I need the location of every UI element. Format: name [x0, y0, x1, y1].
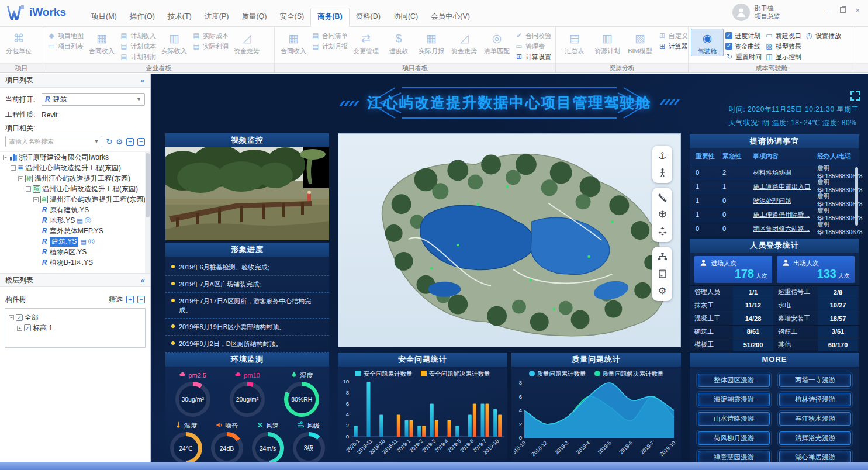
tree-item[interactable]: −浙江原野建设有限公司iworks — [0, 152, 150, 163]
ribbon-small-button[interactable]: ✓资金曲线 — [725, 41, 762, 51]
hierarchy-icon[interactable] — [654, 248, 670, 265]
user-info[interactable]: 邵卫锋 项目总监 — [732, 4, 780, 21]
ribbon-big-button[interactable]: ▥资源计划 — [591, 29, 624, 56]
roam-button[interactable]: 榕林诗径漫游 — [779, 393, 851, 406]
tree-item[interactable]: R原有建筑.YS — [0, 205, 150, 215]
sheet-icon[interactable] — [654, 265, 670, 282]
ribbon-big-button[interactable]: ▦合同收入 — [277, 29, 310, 56]
explode-icon[interactable] — [654, 223, 670, 240]
checkbox-checked-icon[interactable]: ✓ — [24, 324, 31, 331]
roam-button[interactable]: 荷风柳月漫游 — [698, 431, 770, 445]
coordination-scrollbar[interactable] — [855, 167, 858, 226]
globe-icon[interactable]: ⓔ — [88, 237, 95, 246]
roam-button[interactable]: 禅意慧园漫游 — [698, 451, 770, 462]
roam-button[interactable]: 山水诗略漫游 — [698, 412, 770, 426]
ribbon-small-button[interactable]: ▤计划利润 — [120, 51, 156, 62]
ribbon-small-button[interactable]: ✔合同校验 — [515, 30, 551, 41]
roam-button[interactable]: 整体园区漫游 — [698, 374, 770, 387]
ribbon-small-button[interactable]: ↻重置时间 — [725, 51, 762, 62]
restore-icon[interactable] — [840, 7, 846, 13]
fullscreen-icon[interactable] — [850, 91, 860, 101]
menu-tab[interactable]: 进度(P) — [198, 8, 236, 26]
ribbon-big-button[interactable]: ◉驾驶舱 — [691, 29, 724, 56]
tree-item[interactable]: R植物B-1区.YS — [0, 257, 150, 268]
issue-link[interactable]: 淤泥处理问题 — [753, 196, 817, 205]
ribbon-small-button[interactable]: ◷设置播放 — [805, 30, 841, 41]
roam-button[interactable]: 湖心禅居漫游 — [779, 451, 851, 462]
filter-label[interactable]: 筛选 — [109, 295, 123, 305]
roam-button[interactable]: 清辉浴光漫游 — [779, 431, 851, 445]
refresh-icon[interactable]: ↻ — [106, 137, 112, 146]
close-icon[interactable]: × — [855, 6, 860, 15]
collapse-all-icon[interactable]: − — [137, 138, 145, 146]
tree-item[interactable]: R地形.YS▤ⓔ — [0, 215, 150, 226]
walker-icon[interactable] — [654, 164, 670, 181]
tree-expander-icon[interactable]: − — [33, 197, 39, 202]
roam-button[interactable]: 两塔一寺漫游 — [779, 374, 851, 387]
site-model-view[interactable]: ⚓⚙ — [338, 133, 681, 347]
ribbon-small-button[interactable]: ▤实际成本 — [192, 30, 229, 41]
ribbon-big-button[interactable]: ▦实际月报 — [415, 29, 448, 56]
ribbon-big-button[interactable]: $进度款 — [382, 29, 415, 56]
tree-expander-icon[interactable]: + — [17, 326, 22, 331]
collapse-left-icon[interactable]: « — [141, 76, 145, 85]
globe-icon[interactable]: ⓔ — [85, 216, 91, 225]
ribbon-small-button[interactable]: ≔项目列表 — [47, 41, 84, 51]
menu-tab[interactable]: 协同(C) — [387, 8, 424, 26]
ribbon-small-button[interactable]: ▤计划月报 — [312, 41, 348, 51]
anchor-icon[interactable]: ⚓ — [654, 147, 670, 164]
tree-item[interactable]: R室外总体MEP.YS — [0, 226, 150, 236]
ribbon-small-button[interactable]: ▤合同清单 — [312, 30, 348, 41]
ribbon-small-button[interactable]: ◫显示控制 — [765, 51, 801, 62]
collapse-all-icon[interactable]: − — [137, 296, 145, 303]
tree-expander-icon[interactable]: − — [11, 165, 16, 171]
tree-scrollbar[interactable] — [146, 153, 150, 217]
ruler-icon[interactable] — [654, 189, 670, 206]
ribbon-big-button[interactable]: ◿资金走势 — [230, 29, 263, 56]
roam-button[interactable]: 春江秋水漫游 — [779, 412, 851, 426]
issue-link[interactable]: 施工便道借用隔壁... — [753, 210, 817, 219]
menu-tab[interactable]: 商务(B) — [310, 8, 349, 27]
ribbon-small-button[interactable]: ▤实际利润 — [192, 41, 229, 51]
ribbon-big-button[interactable]: ⌘分包单位 — [2, 29, 35, 56]
ribbon-big-button[interactable]: ▤汇总表 — [558, 29, 591, 56]
tree-item[interactable]: −标温州江心屿改造提升工程(东园) — [0, 173, 150, 184]
gear-icon[interactable]: ⚙ — [654, 282, 670, 299]
tree-expander-icon[interactable]: − — [3, 155, 8, 160]
menu-tab[interactable]: 安全(S) — [274, 8, 311, 26]
tree-item[interactable]: R建筑.YS▤ⓔ — [0, 236, 150, 247]
menu-tab[interactable]: 资料(D) — [350, 8, 387, 26]
minimize-icon[interactable]: — — [823, 6, 831, 15]
checkbox-checked-icon[interactable]: ✓ — [725, 43, 732, 50]
issue-link[interactable]: 新区集团修六站路... — [753, 224, 817, 233]
roam-button[interactable]: 海淀朝霞漫游 — [698, 393, 770, 406]
ribbon-small-button[interactable]: ▭新建视口 — [765, 30, 801, 41]
ribbon-small-button[interactable]: ▤计划成本 — [120, 41, 156, 51]
menu-tab[interactable]: 技术(T) — [161, 8, 198, 26]
tree-expander-icon[interactable]: − — [26, 186, 31, 192]
section-icon[interactable] — [654, 206, 670, 223]
ribbon-small-button[interactable]: ⊞计算器 — [658, 41, 688, 51]
search-input[interactable]: 请输入名称搜索 ▼ — [5, 136, 102, 147]
component-tree-item[interactable]: +✓标高 1 — [8, 323, 143, 333]
ribbon-small-button[interactable]: ⊞自定义 — [658, 30, 688, 41]
collapse-left-icon[interactable]: « — [141, 276, 145, 285]
issue-link[interactable]: 施工道路申请出入口 — [753, 182, 817, 191]
ribbon-big-button[interactable]: ▧BIM模型 — [624, 29, 656, 56]
expand-all-icon[interactable]: + — [126, 296, 134, 303]
ribbon-small-button[interactable]: ▭管理费 — [515, 41, 551, 51]
checkbox-checked-icon[interactable]: ✓ — [725, 32, 732, 39]
ribbon-big-button[interactable]: ▦合同收入 — [85, 29, 118, 56]
ribbon-big-button[interactable]: ◿资金走势 — [448, 29, 480, 56]
component-tree-item[interactable]: −✓全部 — [8, 312, 143, 323]
ribbon-small-button[interactable]: ⊞计算设置 — [515, 51, 551, 62]
form-icon[interactable]: ▤ — [80, 238, 86, 246]
ribbon-big-button[interactable]: ⇄变更管理 — [350, 29, 382, 56]
menu-tab[interactable]: 项目(M) — [85, 8, 123, 26]
ribbon-small-button[interactable]: ▧模型效果 — [765, 41, 801, 51]
tree-expander-icon[interactable]: − — [18, 176, 23, 181]
ribbon-small-button[interactable]: ✓进度计划 — [725, 30, 762, 41]
tree-item[interactable]: −项温州江心屿改造提升工程(东园) — [0, 184, 150, 194]
menu-tab[interactable]: 操作(O) — [123, 8, 161, 26]
tree-item[interactable]: R植物A区.YS — [0, 247, 150, 257]
